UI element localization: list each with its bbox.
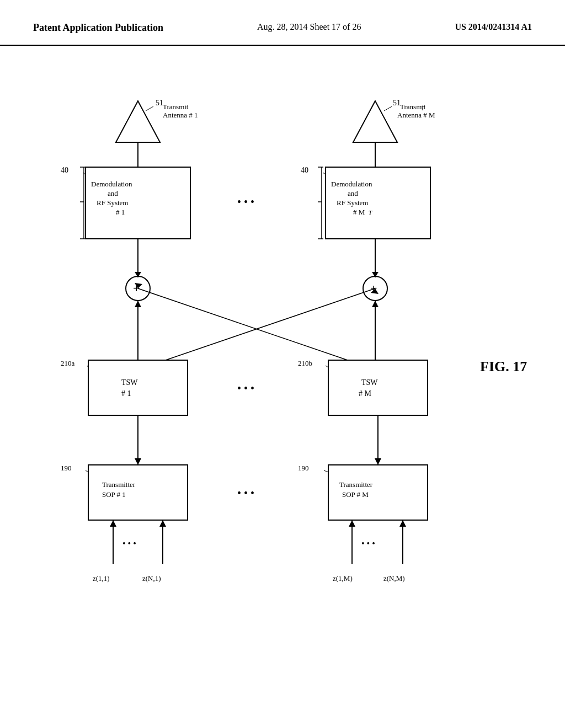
demod-right-label4: # M <box>353 208 365 216</box>
figure-label: FIG. 17 <box>480 358 527 374</box>
publication-title: Patent Application Publication <box>33 22 163 34</box>
dots-tx: • • • <box>237 487 254 499</box>
dots-tsw: • • • <box>237 382 254 394</box>
ref40-left: 40 <box>61 166 68 174</box>
sheet-info: Aug. 28, 2014 Sheet 17 of 26 <box>257 22 361 32</box>
ref190-left: 190 <box>61 464 72 472</box>
demod-right-label1: Demodulation <box>331 180 372 188</box>
arrow-z11 <box>110 520 116 527</box>
arrow-tsw-right-down <box>375 458 381 465</box>
demod-left-label4: # 1 <box>116 208 125 216</box>
ref51-left: 51 <box>156 99 163 107</box>
arrow-zN1 <box>159 520 166 527</box>
arrow-tsw-left-up <box>135 301 141 307</box>
tx-left-label1: Transmitter <box>102 480 136 489</box>
demod-left-label2: and <box>108 189 118 197</box>
tsw-right-label1: TSW <box>361 378 378 387</box>
ref51-left-line <box>146 106 153 111</box>
ref210b: 210b <box>298 359 312 367</box>
arrow-tsw-right-up <box>372 301 379 307</box>
ref190-right-line <box>324 470 328 472</box>
diagram-area: FIG. 17 51 Transmit Antenna # 1 Demodula… <box>0 46 565 719</box>
tx-right-label1: Transmitter <box>339 480 373 489</box>
tsw-left-box <box>88 360 188 415</box>
cross-line-right-to-left <box>138 288 348 360</box>
ref51-right: 51 <box>393 99 401 107</box>
ref190-right: 190 <box>298 464 309 472</box>
tx-left-label2: SOP # 1 <box>102 490 126 499</box>
arrow-zNM <box>399 520 406 527</box>
demod-right-label2: and <box>348 189 358 197</box>
demod-right-label3: RF System <box>337 199 368 207</box>
patent-number: US 2014/0241314 A1 <box>455 22 532 32</box>
figure-17-svg: FIG. 17 51 Transmit Antenna # 1 Demodula… <box>0 46 565 719</box>
antenna-left-label-line2: Antenna # 1 <box>163 111 198 119</box>
antenna-left-triangle <box>116 101 160 142</box>
dots-horizontal-top: • • • <box>237 196 254 208</box>
antenna-right-label-line2: Antenna # M <box>397 111 435 119</box>
arrow-z1M <box>349 520 355 527</box>
demod-right-label-sub: T <box>369 209 372 216</box>
tsw-left-label2: # 1 <box>121 389 131 398</box>
cross-line-left-to-right <box>166 288 375 360</box>
ref210a: 210a <box>61 359 75 367</box>
dots-inputs-right: • • • <box>361 539 375 548</box>
antenna-right-label-sub: T <box>421 105 425 111</box>
demod-left-label1: Demodulation <box>91 180 132 188</box>
ref51-right-line <box>384 106 392 111</box>
ref40-right: 40 <box>301 166 308 174</box>
z11-label: z(1,1) <box>93 574 110 582</box>
tsw-left-label1: TSW <box>121 378 138 387</box>
zNM-label: z(N,M) <box>383 574 405 582</box>
tsw-right-label2: # M <box>359 389 372 398</box>
demod-left-label3: RF System <box>97 199 128 207</box>
tsw-right-box <box>328 360 428 415</box>
tx-right-label2: SOP # M <box>342 490 369 499</box>
dots-inputs-left: • • • <box>122 539 136 548</box>
zN1-label: z(N,1) <box>142 574 161 582</box>
arrow-tsw-left-down <box>135 458 141 465</box>
z1M-label: z(1,M) <box>333 574 353 582</box>
antenna-left-label-line1: Transmit <box>163 103 189 111</box>
page-header: Patent Application Publication Aug. 28, … <box>0 0 565 46</box>
